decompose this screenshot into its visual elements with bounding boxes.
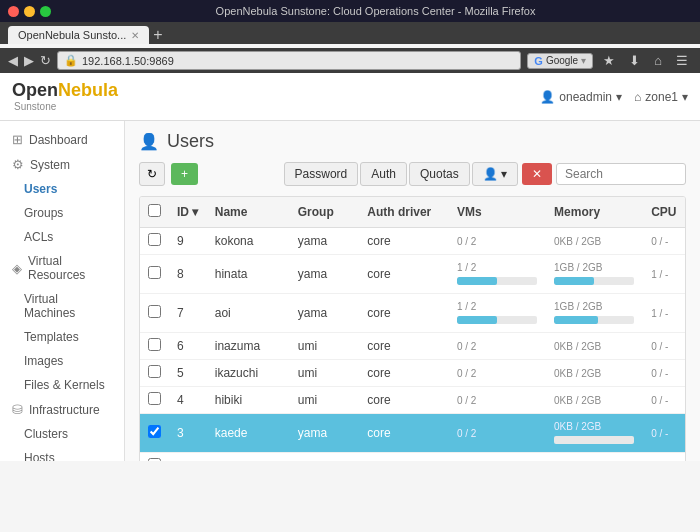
sidebar-item-files[interactable]: Files & Kernels [0, 373, 124, 397]
username: oneadmin [559, 90, 612, 104]
new-tab-button[interactable]: + [153, 27, 162, 43]
cell-memory: 1GB / 2GB [546, 294, 643, 333]
maximize-button[interactable] [40, 6, 51, 17]
cell-id: 7 [169, 294, 207, 333]
search-engine-label: Google [546, 55, 578, 66]
search-engine[interactable]: G Google ▾ [527, 53, 593, 69]
add-user-button[interactable]: + [171, 163, 198, 185]
cell-vms: 0 / 2 [449, 414, 546, 453]
sidebar-item-dashboard[interactable]: ⊞ Dashboard [0, 127, 124, 152]
cell-name: hibiki [207, 387, 290, 414]
col-cpu[interactable]: CPU [643, 197, 685, 228]
forward-button[interactable]: ▶ [24, 53, 34, 68]
sidebar-label-clusters: Clusters [24, 427, 68, 441]
cell-id: 9 [169, 228, 207, 255]
user-action-dropdown[interactable]: 👤 ▾ [472, 162, 518, 186]
row-checkbox[interactable] [148, 458, 161, 461]
sidebar-item-hosts[interactable]: Hosts [0, 446, 124, 461]
sidebar-item-infrastructure[interactable]: ⛁ Infrastructure [0, 397, 124, 422]
sidebar-item-images[interactable]: Images [0, 349, 124, 373]
cell-cpu: 1 / - [643, 255, 685, 294]
sidebar-item-groups[interactable]: Groups [0, 201, 124, 225]
cell-group: umi [290, 387, 360, 414]
back-button[interactable]: ◀ [8, 53, 18, 68]
cell-group: umi [290, 453, 360, 462]
table-header-row: ID ▾ Name Group Auth driver VMs Memory C… [140, 197, 685, 228]
auth-button[interactable]: Auth [360, 162, 407, 186]
sidebar-label-acls: ACLs [24, 230, 53, 244]
zone-dropdown-icon: ▾ [682, 90, 688, 104]
cell-cpu: 0 / - [643, 453, 685, 462]
col-auth[interactable]: Auth driver [359, 197, 449, 228]
quotas-button[interactable]: Quotas [409, 162, 470, 186]
sidebar-item-system[interactable]: ⚙ System [0, 152, 124, 177]
table-row[interactable]: 9 kokona yama core 0 / 2 0KB / 2GB 0 / - [140, 228, 685, 255]
col-id[interactable]: ID ▾ [169, 197, 207, 228]
table-row[interactable]: 4 hibiki umi core 0 / 2 0KB / 2GB 0 / - [140, 387, 685, 414]
sidebar-item-templates[interactable]: Templates [0, 325, 124, 349]
home-icon[interactable]: ⌂ [650, 51, 666, 70]
sidebar-item-clusters[interactable]: Clusters [0, 422, 124, 446]
delete-button[interactable]: ✕ [522, 163, 552, 185]
minimize-button[interactable] [24, 6, 35, 17]
cell-id: 5 [169, 360, 207, 387]
download-icon[interactable]: ⬇ [625, 51, 644, 70]
cell-cpu: 0 / - [643, 360, 685, 387]
table-row[interactable]: 5 ikazuchi umi core 0 / 2 0KB / 2GB 0 / … [140, 360, 685, 387]
cell-cpu: 0 / - [643, 228, 685, 255]
table-row[interactable]: 8 hinata yama core 1 / 2 1GB / 2GB 1 / - [140, 255, 685, 294]
tab-bar: OpenNebula Sunsto... ✕ + [8, 26, 692, 44]
cell-vms: 1 / 2 [449, 294, 546, 333]
titlebar: OpenNebula Sunstone: Cloud Operations Ce… [0, 0, 700, 22]
row-checkbox[interactable] [148, 266, 161, 279]
traffic-lights [8, 6, 51, 17]
table-row[interactable]: 6 inazuma umi core 0 / 2 0KB / 2GB 0 / - [140, 333, 685, 360]
sidebar-item-vms[interactable]: Virtual Machines [0, 287, 124, 325]
col-vms[interactable]: VMs [449, 197, 546, 228]
cell-auth: core [359, 294, 449, 333]
tab-label: OpenNebula Sunsto... [18, 29, 126, 41]
col-group[interactable]: Group [290, 197, 360, 228]
row-checkbox[interactable] [148, 338, 161, 351]
col-name[interactable]: Name [207, 197, 290, 228]
cell-group: umi [290, 333, 360, 360]
cell-memory: 0KB / 2GB [546, 414, 643, 453]
select-all-checkbox[interactable] [148, 204, 161, 217]
table-row[interactable]: 7 aoi yama core 1 / 2 1GB / 2GB 1 / - [140, 294, 685, 333]
col-memory[interactable]: Memory [546, 197, 643, 228]
refresh-button[interactable]: ↻ [139, 162, 165, 186]
close-button[interactable] [8, 6, 19, 17]
cell-name: kokona [207, 228, 290, 255]
app-topnav: OpenNebula Sunstone 👤 oneadmin ▾ ⌂ zone1… [0, 73, 700, 121]
action-group: Password Auth Quotas 👤 ▾ [284, 162, 518, 186]
reload-button[interactable]: ↻ [40, 53, 51, 68]
password-button[interactable]: Password [284, 162, 359, 186]
cell-memory: 1GB / 2GB [546, 255, 643, 294]
row-checkbox[interactable] [148, 425, 161, 438]
zone-icon: ⌂ [634, 90, 641, 104]
cell-id: 4 [169, 387, 207, 414]
users-header-icon: 👤 [139, 132, 159, 151]
table-row[interactable]: 3 kaede yama core 0 / 2 0KB / 2GB 0 / - [140, 414, 685, 453]
search-input[interactable] [556, 163, 686, 185]
active-tab[interactable]: OpenNebula Sunsto... ✕ [8, 26, 149, 44]
cell-auth: core [359, 414, 449, 453]
bookmarks-icon[interactable]: ★ [599, 51, 619, 70]
row-checkbox[interactable] [148, 305, 161, 318]
sidebar-label-virtual-resources: Virtual Resources [28, 254, 112, 282]
row-checkbox[interactable] [148, 233, 161, 246]
row-checkbox[interactable] [148, 392, 161, 405]
sidebar-item-virtual-resources[interactable]: ◈ Virtual Resources [0, 249, 124, 287]
menu-icon[interactable]: ☰ [672, 51, 692, 70]
table-row[interactable]: 2 akatsuki umi core 0 / 2 0KB / 2GB 0 / … [140, 453, 685, 462]
address-bar[interactable]: 🔒 192.168.1.50:9869 [57, 51, 521, 70]
zone-menu[interactable]: ⌂ zone1 ▾ [634, 90, 688, 104]
sidebar-item-acls[interactable]: ACLs [0, 225, 124, 249]
tab-close-icon[interactable]: ✕ [131, 30, 139, 41]
user-menu[interactable]: 👤 oneadmin ▾ [540, 90, 622, 104]
sidebar-label-images: Images [24, 354, 63, 368]
cell-name: inazuma [207, 333, 290, 360]
sidebar-item-users[interactable]: Users [0, 177, 124, 201]
sidebar-label-files: Files & Kernels [24, 378, 105, 392]
row-checkbox[interactable] [148, 365, 161, 378]
